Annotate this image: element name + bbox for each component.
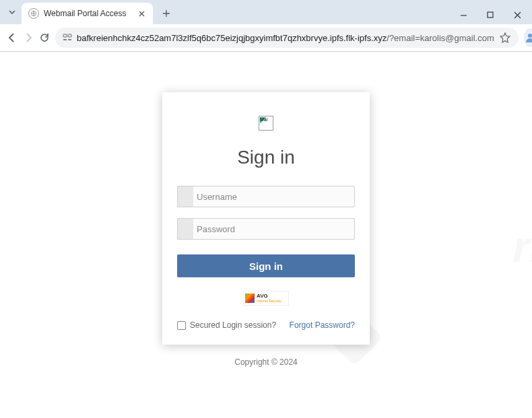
minimize-button[interactable] — [454, 5, 473, 24]
back-button[interactable] — [7, 28, 18, 47]
login-card: Mai Sign in Sign in AVG Internet Securit… — [162, 92, 370, 345]
password-icon — [177, 218, 193, 240]
username-input[interactable] — [177, 186, 355, 207]
tab-list-dropdown[interactable] — [8, 8, 16, 16]
secured-session-checkbox[interactable] — [177, 321, 186, 330]
secured-session-label: Secured Login session? — [190, 320, 276, 330]
svg-rect-1 — [488, 12, 493, 18]
password-input[interactable] — [177, 218, 355, 240]
bookmark-star-icon[interactable] — [498, 31, 512, 44]
username-icon — [177, 186, 193, 207]
address-bar[interactable]: bafkreienhchkz4cz52am7l3zlf5q6bc75eizjqj… — [55, 28, 519, 48]
profile-button[interactable] — [524, 28, 532, 47]
svg-rect-2 — [63, 34, 67, 37]
avg-badge: AVG Internet Security — [243, 291, 289, 306]
page-title: Sign in — [177, 147, 355, 168]
broken-image-icon: Mai — [259, 116, 273, 131]
copyright-text: Copyright © 2024 — [234, 357, 298, 367]
signin-button[interactable]: Sign in — [177, 254, 355, 277]
reload-button[interactable] — [39, 28, 50, 47]
tab-title: Webmail Portal Access — [44, 9, 132, 18]
maximize-button[interactable] — [481, 5, 500, 24]
browser-tab[interactable]: Webmail Portal Access — [22, 3, 153, 24]
url-text: bafkreienhchkz4cz52am7l3zlf5q6bc75eizjqj… — [77, 33, 494, 43]
forward-button — [23, 28, 34, 47]
site-settings-icon[interactable] — [62, 32, 73, 43]
svg-rect-3 — [68, 34, 71, 37]
new-tab-button[interactable] — [157, 4, 176, 23]
forgot-password-link[interactable]: Forgot Password? — [290, 320, 355, 330]
globe-icon — [28, 8, 39, 19]
close-tab-button[interactable] — [137, 9, 146, 18]
close-window-button[interactable] — [508, 5, 527, 24]
svg-point-4 — [528, 34, 532, 38]
